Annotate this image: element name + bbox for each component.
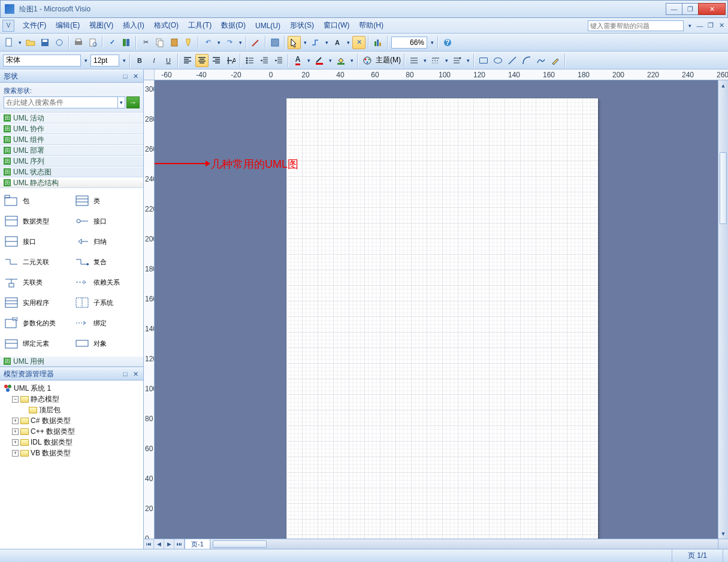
line-weight-dropdown[interactable]: ▾ <box>421 58 428 64</box>
menu-edit[interactable]: 编辑(E) <box>51 19 84 32</box>
tree-root[interactable]: UML 系统 1 <box>4 383 140 394</box>
print-button[interactable] <box>72 36 85 49</box>
spellcheck-button[interactable]: ✓ <box>105 36 119 49</box>
stencil-uml-static-structure[interactable]: 田UML 静态结构 <box>0 177 143 188</box>
zoom-input[interactable] <box>391 37 427 49</box>
font-color-dropdown[interactable]: ▾ <box>305 58 312 64</box>
pointer-tool-button[interactable] <box>288 36 301 49</box>
new-button[interactable] <box>2 36 16 49</box>
line-tool-button[interactable] <box>506 54 519 67</box>
shapes-panel-close[interactable]: ✕ <box>131 72 140 80</box>
stencil-uml-activity[interactable]: 田UML 活动 <box>0 113 143 123</box>
shape-subsystem[interactable]: 子系统 <box>72 292 143 313</box>
mdi-restore[interactable]: ❐ <box>706 22 715 30</box>
first-page-button[interactable]: ⏮ <box>144 539 154 549</box>
shape-composition[interactable]: 复合 <box>72 252 143 272</box>
menu-view[interactable]: 视图(V) <box>84 19 118 32</box>
system-menu-icon[interactable]: V <box>2 20 14 32</box>
scroll-up-button[interactable]: ▲ <box>718 80 728 90</box>
line-ends-button[interactable] <box>451 54 464 67</box>
mdi-minimize[interactable]: — <box>696 22 704 30</box>
publish-button[interactable] <box>53 36 66 49</box>
font-input[interactable] <box>3 55 81 67</box>
tree-vb-datatypes[interactable]: +VB 数据类型 <box>12 448 140 458</box>
tree-idl-datatypes[interactable]: +IDL 数据类型 <box>12 437 140 448</box>
line-weight-button[interactable] <box>407 54 421 67</box>
theme-button[interactable] <box>361 54 374 67</box>
last-page-button[interactable]: ⏭ <box>174 539 185 549</box>
shapes-window-button[interactable] <box>268 36 282 49</box>
fill-color-button[interactable] <box>334 54 348 67</box>
drawing-page[interactable] <box>286 98 598 539</box>
scroll-down-button[interactable]: ▼ <box>718 528 728 539</box>
zoom-dropdown[interactable]: ▾ <box>428 40 436 46</box>
ellipse-tool-button[interactable] <box>491 54 505 67</box>
shape-datatype[interactable]: 数据类型 <box>1 211 72 231</box>
expand-toggle[interactable]: + <box>12 428 19 435</box>
stencil-uml-sequence[interactable]: 田UML 序列 <box>0 156 143 167</box>
shape-parameterized-class[interactable]: 参数化的类 <box>1 313 72 333</box>
expand-toggle[interactable]: + <box>12 439 19 446</box>
shape-bound-element[interactable]: 绑定元素 <box>1 333 72 353</box>
text-tool-dropdown[interactable]: ▾ <box>345 40 352 46</box>
menu-format[interactable]: 格式(O) <box>149 19 183 32</box>
line-pattern-dropdown[interactable]: ▾ <box>443 58 450 64</box>
print-preview-button[interactable] <box>86 36 99 49</box>
font-size-input[interactable] <box>90 55 119 67</box>
pencil-tool-button[interactable] <box>549 54 562 67</box>
model-panel-maximize[interactable]: □ <box>121 370 129 378</box>
page-tab-1[interactable]: 页-1 <box>185 539 210 549</box>
underline-button[interactable]: U <box>162 54 175 67</box>
help-search-input[interactable] <box>588 20 684 31</box>
rectangle-tool-button[interactable] <box>477 54 490 67</box>
menu-help[interactable]: 帮助(H) <box>354 19 388 32</box>
shape-class[interactable]: 类 <box>72 191 143 211</box>
restore-button[interactable]: ❐ <box>682 3 699 15</box>
format-painter-button[interactable] <box>182 36 195 49</box>
shape-generalization[interactable]: 归纳 <box>72 231 143 252</box>
prev-page-button[interactable]: ◀ <box>154 539 164 549</box>
save-button[interactable] <box>38 36 52 49</box>
connection-point-button[interactable]: ✕ <box>352 36 365 49</box>
tree-cpp-datatypes[interactable]: +C++ 数据类型 <box>12 426 140 437</box>
text-tool-button[interactable]: A <box>331 36 344 49</box>
line-ends-dropdown[interactable]: ▾ <box>464 58 472 64</box>
connector-tool-button[interactable] <box>309 36 322 49</box>
cut-button[interactable]: ✂ <box>139 36 152 49</box>
fill-color-dropdown[interactable]: ▾ <box>348 58 355 64</box>
line-pattern-button[interactable] <box>429 54 442 67</box>
shape-search-go-button[interactable]: → <box>126 96 140 108</box>
font-dropdown[interactable]: ▾ <box>82 58 89 64</box>
menu-window[interactable]: 窗口(W) <box>319 19 354 32</box>
shape-package[interactable]: 包 <box>1 191 72 211</box>
tree-csharp-datatypes[interactable]: +C# 数据类型 <box>12 415 140 426</box>
shape-object[interactable]: 对象 <box>72 333 143 353</box>
research-button[interactable] <box>120 36 133 49</box>
shape-search-dropdown[interactable]: ▾ <box>118 96 125 108</box>
connector-dropdown[interactable]: ▾ <box>323 40 330 46</box>
horizontal-scrollbar[interactable] <box>210 539 718 549</box>
expand-toggle[interactable]: + <box>12 450 19 457</box>
next-page-button[interactable]: ▶ <box>164 539 174 549</box>
bold-button[interactable]: B <box>133 54 146 67</box>
stencil-uml-statechart[interactable]: 田UML 状态图 <box>0 167 143 177</box>
new-dropdown[interactable]: ▾ <box>16 40 23 46</box>
minimize-button[interactable]: — <box>666 3 682 15</box>
align-left-button[interactable] <box>181 54 194 67</box>
undo-button[interactable]: ↶ <box>201 36 215 49</box>
redo-dropdown[interactable]: ▾ <box>237 40 244 46</box>
data-graphics-button[interactable] <box>371 36 385 49</box>
italic-button[interactable]: I <box>147 54 161 67</box>
model-panel-close[interactable]: ✕ <box>131 370 140 378</box>
help-button[interactable]: ? <box>441 36 454 49</box>
tree-static-model[interactable]: −静态模型 <box>12 394 140 404</box>
menu-shape[interactable]: 形状(S) <box>285 19 319 32</box>
menu-file[interactable]: 文件(F) <box>18 19 51 32</box>
hscroll-thumb[interactable] <box>213 540 267 548</box>
mdi-close[interactable]: ✕ <box>717 22 726 30</box>
line-color-button[interactable] <box>313 54 326 67</box>
align-center-button[interactable] <box>195 54 209 67</box>
menu-tools[interactable]: 工具(T) <box>183 19 216 32</box>
collapse-toggle[interactable]: − <box>12 396 19 403</box>
shape-association-class[interactable]: 关联类 <box>1 272 72 292</box>
